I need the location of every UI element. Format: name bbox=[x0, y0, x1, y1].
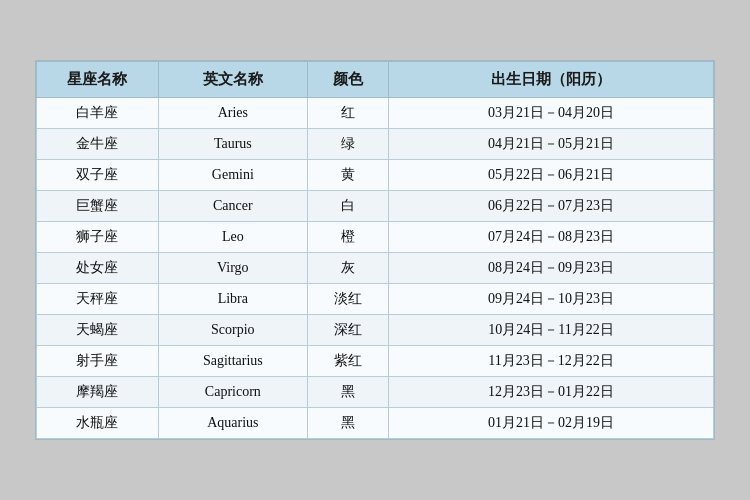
cell-chinese: 双子座 bbox=[37, 160, 159, 191]
cell-chinese: 金牛座 bbox=[37, 129, 159, 160]
cell-color: 绿 bbox=[307, 129, 388, 160]
table-row: 天秤座Libra淡红09月24日－10月23日 bbox=[37, 284, 714, 315]
cell-english: Aquarius bbox=[158, 408, 307, 439]
header-color: 颜色 bbox=[307, 62, 388, 98]
table-row: 摩羯座Capricorn黑12月23日－01月22日 bbox=[37, 377, 714, 408]
cell-english: Sagittarius bbox=[158, 346, 307, 377]
zodiac-table-container: 星座名称 英文名称 颜色 出生日期（阳历） 白羊座Aries红03月21日－04… bbox=[35, 60, 715, 440]
header-date: 出生日期（阳历） bbox=[389, 62, 714, 98]
cell-date: 10月24日－11月22日 bbox=[389, 315, 714, 346]
cell-color: 黑 bbox=[307, 408, 388, 439]
cell-chinese: 天秤座 bbox=[37, 284, 159, 315]
cell-color: 白 bbox=[307, 191, 388, 222]
cell-color: 橙 bbox=[307, 222, 388, 253]
header-english: 英文名称 bbox=[158, 62, 307, 98]
table-row: 处女座Virgo灰08月24日－09月23日 bbox=[37, 253, 714, 284]
cell-color: 紫红 bbox=[307, 346, 388, 377]
cell-english: Taurus bbox=[158, 129, 307, 160]
table-row: 狮子座Leo橙07月24日－08月23日 bbox=[37, 222, 714, 253]
cell-color: 黄 bbox=[307, 160, 388, 191]
header-chinese: 星座名称 bbox=[37, 62, 159, 98]
cell-chinese: 摩羯座 bbox=[37, 377, 159, 408]
zodiac-table: 星座名称 英文名称 颜色 出生日期（阳历） 白羊座Aries红03月21日－04… bbox=[36, 61, 714, 439]
cell-date: 05月22日－06月21日 bbox=[389, 160, 714, 191]
table-row: 双子座Gemini黄05月22日－06月21日 bbox=[37, 160, 714, 191]
table-row: 白羊座Aries红03月21日－04月20日 bbox=[37, 98, 714, 129]
cell-color: 灰 bbox=[307, 253, 388, 284]
cell-date: 12月23日－01月22日 bbox=[389, 377, 714, 408]
cell-chinese: 射手座 bbox=[37, 346, 159, 377]
table-row: 射手座Sagittarius紫红11月23日－12月22日 bbox=[37, 346, 714, 377]
cell-date: 07月24日－08月23日 bbox=[389, 222, 714, 253]
cell-date: 09月24日－10月23日 bbox=[389, 284, 714, 315]
cell-date: 11月23日－12月22日 bbox=[389, 346, 714, 377]
cell-chinese: 巨蟹座 bbox=[37, 191, 159, 222]
cell-color: 黑 bbox=[307, 377, 388, 408]
cell-english: Aries bbox=[158, 98, 307, 129]
cell-english: Capricorn bbox=[158, 377, 307, 408]
cell-date: 06月22日－07月23日 bbox=[389, 191, 714, 222]
cell-chinese: 处女座 bbox=[37, 253, 159, 284]
cell-english: Libra bbox=[158, 284, 307, 315]
cell-chinese: 狮子座 bbox=[37, 222, 159, 253]
cell-date: 08月24日－09月23日 bbox=[389, 253, 714, 284]
cell-english: Virgo bbox=[158, 253, 307, 284]
cell-date: 01月21日－02月19日 bbox=[389, 408, 714, 439]
table-body: 白羊座Aries红03月21日－04月20日金牛座Taurus绿04月21日－0… bbox=[37, 98, 714, 439]
table-row: 巨蟹座Cancer白06月22日－07月23日 bbox=[37, 191, 714, 222]
cell-date: 04月21日－05月21日 bbox=[389, 129, 714, 160]
cell-chinese: 水瓶座 bbox=[37, 408, 159, 439]
cell-english: Cancer bbox=[158, 191, 307, 222]
cell-english: Gemini bbox=[158, 160, 307, 191]
table-row: 水瓶座Aquarius黑01月21日－02月19日 bbox=[37, 408, 714, 439]
cell-english: Scorpio bbox=[158, 315, 307, 346]
cell-chinese: 天蝎座 bbox=[37, 315, 159, 346]
cell-chinese: 白羊座 bbox=[37, 98, 159, 129]
cell-color: 红 bbox=[307, 98, 388, 129]
cell-color: 淡红 bbox=[307, 284, 388, 315]
table-header-row: 星座名称 英文名称 颜色 出生日期（阳历） bbox=[37, 62, 714, 98]
cell-english: Leo bbox=[158, 222, 307, 253]
table-row: 天蝎座Scorpio深红10月24日－11月22日 bbox=[37, 315, 714, 346]
cell-color: 深红 bbox=[307, 315, 388, 346]
cell-date: 03月21日－04月20日 bbox=[389, 98, 714, 129]
table-row: 金牛座Taurus绿04月21日－05月21日 bbox=[37, 129, 714, 160]
